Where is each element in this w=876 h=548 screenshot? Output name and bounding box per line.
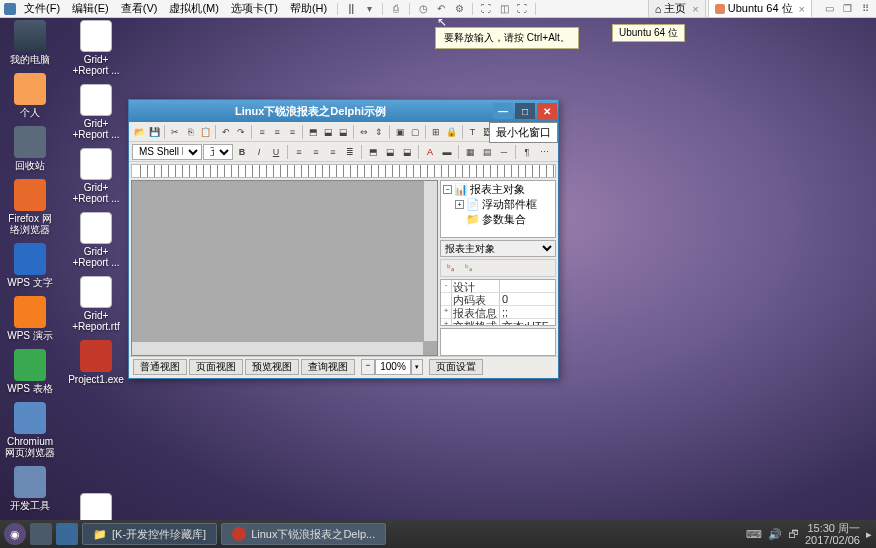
close-button[interactable]: ✕ <box>537 103 557 119</box>
desktop-icon[interactable]: 我的电脑 <box>4 20 56 65</box>
tree-node[interactable]: 📁参数集合 <box>454 212 554 227</box>
sort-az-icon[interactable]: ᵇₐ <box>443 260 459 276</box>
desktop-icon[interactable]: WPS 表格 <box>4 349 56 394</box>
tree-root[interactable]: −📊报表主对象 <box>442 182 554 197</box>
close-icon[interactable]: × <box>692 3 698 15</box>
distribute-h-icon[interactable]: ⇔ <box>357 124 371 140</box>
tree-node[interactable]: +📄浮动部件框 <box>454 197 554 212</box>
menu-vm[interactable]: 虚拟机(M) <box>165 1 223 16</box>
open-icon[interactable]: 📂 <box>132 124 146 140</box>
desktop-icon[interactable]: Chromium 网页浏览器 <box>4 402 56 458</box>
property-grid[interactable]: -设计内码表0+报表信息;;+文档格式文本;UTF-8;F计量单位厘米 <box>440 279 556 326</box>
desktop-icon[interactable]: WPS 演示 <box>4 296 56 341</box>
copy-icon[interactable]: ⎘ <box>183 124 197 140</box>
align-bottom-icon[interactable]: ⬓ <box>336 124 350 140</box>
valign-mid-icon[interactable]: ⬓ <box>382 144 398 160</box>
fullscreen-icon[interactable]: ⛶ <box>515 2 529 16</box>
titlebar[interactable]: Linux下锐浪报表之Delphi示例 — □ ✕ <box>129 100 558 122</box>
menu-edit[interactable]: 编辑(E) <box>68 1 113 16</box>
view-tab-normal[interactable]: 普通视图 <box>133 359 187 375</box>
design-canvas[interactable] <box>131 180 438 356</box>
options-icon[interactable]: ⠿ <box>858 2 872 16</box>
valign-bot-icon[interactable]: ⬓ <box>399 144 415 160</box>
text-justify-icon[interactable]: ≣ <box>342 144 358 160</box>
dropdown-icon[interactable]: ▾ <box>362 2 376 16</box>
page-setup-button[interactable]: 页面设置 <box>429 359 483 375</box>
scrollbar-vertical[interactable] <box>423 181 437 341</box>
desktop-icon[interactable]: Grid+ +Report ... <box>70 20 122 76</box>
desktop-icon[interactable]: 回收站 <box>4 126 56 171</box>
desktop-icon[interactable]: Grid+ +Report ... <box>70 212 122 268</box>
taskbar-task[interactable]: Linux下锐浪报表之Delp... <box>221 523 386 545</box>
font-color-icon[interactable]: A <box>422 144 438 160</box>
underline-button[interactable]: U <box>268 144 284 160</box>
fill-color-icon[interactable]: ▬ <box>439 144 455 160</box>
manage-icon[interactable]: ⚙ <box>452 2 466 16</box>
valign-top-icon[interactable]: ⬒ <box>365 144 381 160</box>
unity-icon[interactable]: ◫ <box>497 2 511 16</box>
cut-icon[interactable]: ✂ <box>168 124 182 140</box>
menu-tabs[interactable]: 选项卡(T) <box>227 1 282 16</box>
zoom-out-button[interactable]: − <box>361 359 375 375</box>
desktop-icon[interactable]: 开发工具 <box>4 466 56 511</box>
scrollbar-horizontal[interactable] <box>132 341 423 355</box>
lock-icon[interactable]: 🔒 <box>444 124 458 140</box>
desktop-icon[interactable]: Grid+ +Report ... <box>70 84 122 140</box>
grid-icon[interactable]: ⊞ <box>429 124 443 140</box>
bold-button[interactable]: B <box>234 144 250 160</box>
start-button[interactable]: ◉ <box>4 523 26 545</box>
volume-icon[interactable]: 🔊 <box>768 528 782 541</box>
desktop-icon[interactable]: Grid+ +Report ... <box>70 148 122 204</box>
italic-button[interactable]: I <box>251 144 267 160</box>
desktop-icon[interactable]: Grid+ +Report.rtf <box>70 276 122 332</box>
text-center-icon[interactable]: ≡ <box>308 144 324 160</box>
border-style-icon[interactable]: ▤ <box>479 144 495 160</box>
undo-icon[interactable]: ↶ <box>219 124 233 140</box>
view-tab-preview[interactable]: 预览视图 <box>245 359 299 375</box>
sort-cat-icon[interactable]: ᵇₐ <box>461 260 477 276</box>
object-tree[interactable]: −📊报表主对象 +📄浮动部件框 📁参数集合 <box>440 180 556 238</box>
desktop-icon[interactable]: Firefox 网络浏览器 <box>4 179 56 235</box>
property-row[interactable]: 内码表0 <box>441 293 555 306</box>
paste-icon[interactable]: 📋 <box>198 124 212 140</box>
border-icon[interactable]: ▦ <box>462 144 478 160</box>
property-row[interactable]: -设计 <box>441 280 555 293</box>
restore-icon[interactable]: ❐ <box>840 2 854 16</box>
vm-tab-ubuntu[interactable]: Ubuntu 64 位 × <box>708 0 812 18</box>
text-right-icon[interactable]: ≡ <box>325 144 341 160</box>
send-back-icon[interactable]: ▢ <box>408 124 422 140</box>
more-icon[interactable]: ⋯ <box>536 144 552 160</box>
align-center-icon[interactable]: ≡ <box>270 124 284 140</box>
view-tab-query[interactable]: 查询视图 <box>301 359 355 375</box>
tray-expand-icon[interactable]: ▸ <box>866 528 872 541</box>
network-icon[interactable]: 🗗 <box>788 528 799 540</box>
text-left-icon[interactable]: ≡ <box>291 144 307 160</box>
zoom-dropdown[interactable]: ▾ <box>411 359 423 375</box>
object-selector-combo[interactable]: 报表主对象 <box>440 240 556 257</box>
clock[interactable]: 15:30 周一 2017/02/06 <box>805 522 860 546</box>
minimize-button[interactable]: — <box>493 103 513 119</box>
maximize-button[interactable]: □ <box>515 103 535 119</box>
vm-tab-home[interactable]: ⌂ 主页 × <box>648 0 706 18</box>
snapshot-icon[interactable]: ◷ <box>416 2 430 16</box>
minimize-icon[interactable]: ▭ <box>822 2 836 16</box>
insert-text-icon[interactable]: T <box>465 124 479 140</box>
align-right-icon[interactable]: ≡ <box>285 124 299 140</box>
line-style-icon[interactable]: ─ <box>496 144 512 160</box>
menu-help[interactable]: 帮助(H) <box>286 1 331 16</box>
redo-icon[interactable]: ↷ <box>234 124 248 140</box>
menu-file[interactable]: 文件(F) <box>20 1 64 16</box>
keyboard-icon[interactable]: ⌨ <box>746 528 762 541</box>
close-icon[interactable]: × <box>799 3 805 15</box>
desktop-icon[interactable]: WPS 文字 <box>4 243 56 288</box>
format-icon[interactable]: ¶ <box>519 144 535 160</box>
revert-icon[interactable]: ↶ <box>434 2 448 16</box>
view-tab-page[interactable]: 页面视图 <box>189 359 243 375</box>
align-left-icon[interactable]: ≡ <box>255 124 269 140</box>
taskbar-task[interactable]: 📁[K-开发控件珍藏库] <box>82 523 217 545</box>
desktop-icon[interactable]: Project1.exe <box>70 340 122 385</box>
file-manager-icon[interactable] <box>56 523 78 545</box>
pause-icon[interactable]: || <box>344 2 358 16</box>
show-desktop-icon[interactable] <box>30 523 52 545</box>
menu-view[interactable]: 查看(V) <box>117 1 162 16</box>
